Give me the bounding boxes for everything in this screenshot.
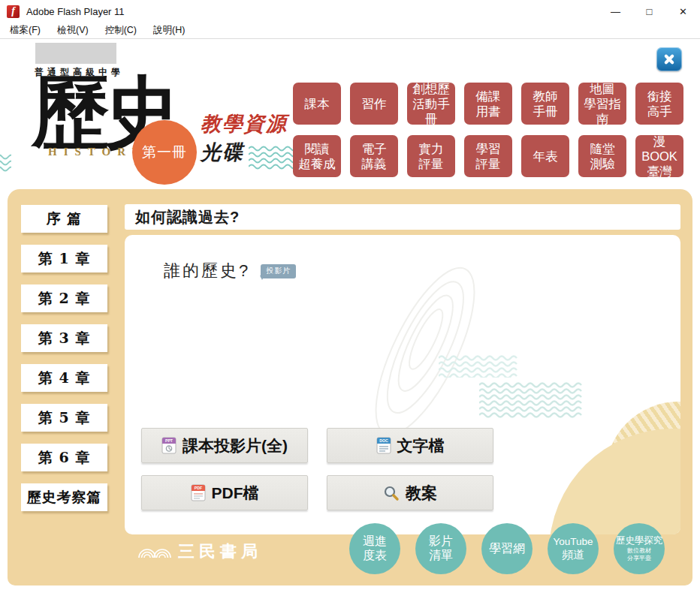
circle-label: 度表 — [363, 549, 387, 563]
circle-video-list[interactable]: 影片 清單 — [415, 523, 466, 574]
resource-button[interactable]: 課本 — [293, 83, 341, 125]
sidebar-item-chapter-3[interactable]: 第 3 章 — [21, 324, 107, 352]
maximize-button[interactable]: □ — [632, 0, 666, 23]
wave-decoration — [249, 146, 297, 171]
circle-label: 清單 — [429, 549, 453, 563]
circle-label: 頻道 — [562, 548, 584, 561]
double-arch-icon — [137, 545, 172, 558]
flash-stage: 普通型高級中學 歷史 HISTORY 第一冊 教學資源 光碟 課本 習作 — [0, 39, 700, 590]
ppt-file-icon: PPT — [161, 437, 177, 454]
flash-player-window: f Adobe Flash Player 11 — □ ✕ 檔案(F) 檢視(V… — [0, 0, 700, 590]
pdf-file-icon: PDF — [191, 484, 206, 501]
publisher-name: 三民書局 — [178, 540, 262, 563]
sidebar-item-chapter-4[interactable]: 第 4 章 — [21, 364, 107, 392]
resource-button[interactable]: 創想歷 活動手冊 — [407, 83, 455, 125]
doc-file-icon: DOC — [376, 437, 391, 454]
slides-tag: 投影片 — [261, 264, 296, 278]
resource-button[interactable]: 習作 — [350, 83, 398, 125]
wave-decoration — [479, 382, 584, 418]
minimize-button[interactable]: — — [599, 0, 632, 23]
wave-decoration — [439, 355, 521, 378]
sidebar-item-field-study[interactable]: 歷史考察篇 — [21, 483, 107, 511]
svg-text:PDF: PDF — [194, 486, 201, 490]
circle-sublabel: 數位教材 分享平臺 — [627, 547, 651, 562]
resource-button[interactable]: 實力 評量 — [407, 135, 455, 177]
resource-title-line1: 教學資源 — [201, 110, 288, 137]
chapter-panel: 序 篇 第 1 章 第 2 章 第 3 章 第 4 章 第 5 章 第 6 章 … — [8, 189, 692, 585]
resource-title-line2: 光碟 — [201, 139, 244, 166]
lesson-plan-button[interactable]: 教案 — [327, 475, 493, 510]
circle-label: 歷史學探究 — [616, 535, 663, 546]
sidebar-item-chapter-1[interactable]: 第 1 章 — [21, 245, 107, 272]
sidebar-item-chapter-6[interactable]: 第 6 章 — [21, 444, 107, 471]
circle-youtube-channel[interactable]: YouTube 頻道 — [548, 523, 599, 574]
text-file-button[interactable]: DOC 文字檔 — [327, 428, 493, 463]
file-button-label: PDF檔 — [212, 483, 259, 504]
file-button-label: 文字檔 — [397, 435, 445, 456]
redacted-school-name — [35, 43, 116, 64]
window-controls: — □ ✕ — [599, 0, 700, 23]
topic-label: 誰的歷史? — [164, 260, 250, 282]
resource-button[interactable]: 閱讀 超養成 — [293, 135, 341, 177]
volume-badge: 第一冊 — [132, 120, 197, 185]
main-content-area: 誰的歷史? 投影片 PPT 課本投影片(全) — [125, 235, 680, 534]
resource-button[interactable]: 教師 手冊 — [521, 83, 569, 125]
app-close-button[interactable] — [656, 47, 682, 71]
sidebar-item-chapter-2[interactable]: 第 2 章 — [21, 284, 107, 312]
sidebar-item-chapter-5[interactable]: 第 5 章 — [21, 404, 107, 432]
circle-label: 週進 — [363, 534, 387, 549]
sidebar-item-preface[interactable]: 序 篇 — [21, 205, 107, 233]
title-bar: f Adobe Flash Player 11 — □ ✕ — [0, 0, 700, 23]
resource-button[interactable]: 電子 講義 — [350, 135, 398, 177]
resource-button[interactable]: 銜接 高手 — [635, 83, 683, 125]
resource-button[interactable]: 隨堂 測驗 — [578, 135, 626, 177]
section-title-bar: 如何認識過去? — [125, 204, 680, 230]
circle-label: 學習網 — [489, 542, 525, 556]
circle-history-inquiry[interactable]: 歷史學探究 數位教材 分享平臺 — [614, 523, 665, 574]
chapter-sidebar: 序 篇 第 1 章 第 2 章 第 3 章 第 4 章 第 5 章 第 6 章 … — [21, 205, 107, 511]
file-button-label: 課本投影片(全) — [183, 435, 288, 456]
circle-weekly-schedule[interactable]: 週進 度表 — [349, 523, 400, 574]
ppt-all-button[interactable]: PPT 課本投影片(全) — [141, 428, 308, 463]
svg-text:DOC: DOC — [379, 438, 388, 443]
menu-file[interactable]: 檔案(F) — [2, 23, 49, 38]
magnifier-icon — [383, 485, 400, 501]
topic-item[interactable]: 誰的歷史? 投影片 — [164, 260, 296, 282]
close-icon — [662, 52, 677, 67]
svg-text:PPT: PPT — [165, 438, 173, 443]
menu-control[interactable]: 控制(C) — [97, 23, 145, 38]
menu-view[interactable]: 檢視(V) — [49, 23, 97, 38]
close-window-button[interactable]: ✕ — [666, 0, 700, 23]
window-title: Adobe Flash Player 11 — [26, 6, 125, 17]
hill-decoration — [549, 429, 680, 534]
wave-decoration — [0, 154, 11, 173]
resource-button[interactable]: 備課 用書 — [464, 83, 512, 125]
resource-button[interactable]: 年表 — [521, 135, 569, 177]
flash-player-icon: f — [7, 5, 20, 18]
resource-button[interactable]: 學習 評量 — [464, 135, 512, 177]
circle-label: YouTube — [553, 536, 593, 548]
menu-help[interactable]: 說明(H) — [145, 23, 193, 38]
circle-label: 影片 — [429, 534, 453, 549]
resource-button-grid: 課本 習作 創想歷 活動手冊 備課 用書 教師 手冊 地圖 學習指南 銜接 高手… — [293, 83, 683, 177]
resource-button[interactable]: 漫BOOK 臺灣 — [635, 135, 683, 177]
circle-learning-web[interactable]: 學習網 — [481, 523, 533, 574]
menu-bar: 檔案(F) 檢視(V) 控制(C) 說明(H) — [0, 23, 700, 39]
pdf-file-button[interactable]: PDF PDF檔 — [141, 475, 308, 510]
resource-button[interactable]: 地圖 學習指南 — [578, 83, 626, 125]
file-button-label: 教案 — [406, 483, 437, 504]
publisher-logo: 三民書局 — [137, 540, 262, 563]
